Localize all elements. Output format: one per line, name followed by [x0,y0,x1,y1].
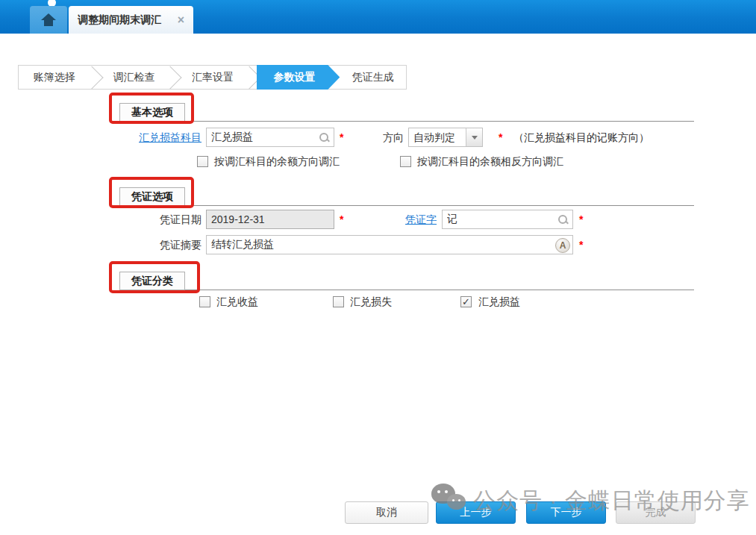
chevron-separator-icon [248,66,257,89]
section-basic-options-title: 基本选项 [119,103,185,122]
step-voucher-generation[interactable]: 凭证生成 [340,66,406,89]
previous-step-button[interactable]: 上一步 [436,501,516,524]
section-basic-options: 基本选项 [119,103,694,122]
cancel-button[interactable]: 取消 [345,501,428,524]
chat-bubble-icon [431,484,455,504]
checkbox-exchange-loss[interactable] [333,296,344,307]
checkbox-balance-opposite[interactable] [400,156,411,167]
chevron-down-icon [472,136,478,140]
direction-label: 方向 [354,128,404,147]
gain-loss-account-input[interactable] [207,128,334,146]
search-icon[interactable] [319,132,330,143]
checkbox-balance-opposite-label: 按调汇科目的余额相反方向调汇 [417,156,563,167]
section-voucher-classification: 凭证分类 [119,272,694,291]
chevron-separator-icon [90,66,99,89]
voucher-date-label: 凭证日期 [104,210,202,229]
checkbox-balance-direction[interactable] [197,156,208,167]
direction-note: （汇兑损益科目的记账方向） [513,128,649,147]
section-divider [119,205,694,206]
home-icon [41,13,56,26]
required-marker: * [579,210,583,229]
checkbox-exchange-gain-loss-checked[interactable]: ✓ [460,296,472,307]
checkbox-exchange-loss-label: 汇兑损失 [350,296,392,307]
direction-select-value: 自动判定 [409,128,466,146]
required-marker: * [499,128,502,147]
voucher-date-input[interactable] [207,210,334,228]
required-marker: * [340,210,343,229]
gain-loss-account-link[interactable]: 汇兑损益科目 [104,128,202,147]
step-parameter-settings-active[interactable]: 参数设置 [257,65,340,90]
chevron-separator-icon [169,66,178,89]
voucher-word-field-wrap [442,210,573,229]
gain-loss-account-field-wrap [206,128,334,147]
voucher-word-link[interactable]: 凭证字 [351,210,437,229]
required-marker: * [340,128,343,147]
voucher-summary-label: 凭证摘要 [104,235,202,254]
section-voucher-classification-title: 凭证分类 [119,272,185,290]
voucher-date-field-wrap [206,210,334,229]
section-divider [119,290,694,290]
abbreviation-helper-icon[interactable]: A [555,238,570,253]
checkbox-exchange-gain[interactable] [199,296,210,307]
section-voucher-options: 凭证选项 [119,187,694,207]
checkbox-balance-direction-label: 按调汇科目的余额方向调汇 [214,156,340,167]
direction-select[interactable]: 自动判定 [408,128,483,147]
dropdown-button[interactable] [466,128,482,146]
tab-adjust-period-exchange[interactable]: 调整期间期末调汇 × [69,6,193,34]
next-step-button[interactable]: 下一步 [526,501,606,524]
checkbox-exchange-gain-label: 汇兑收益 [216,296,258,307]
close-icon[interactable]: × [178,14,184,26]
checkbox-exchange-gain-loss-label: 汇兑损益 [478,296,520,307]
voucher-summary-input[interactable] [207,236,572,254]
section-divider [119,121,694,122]
tab-title: 调整期间期末调汇 [78,13,161,27]
app-window: 调整期间期末调汇 × 账簿选择 调汇检查 汇率设置 参数设置 凭证生成 基本选项… [0,0,756,535]
home-tab[interactable] [30,6,67,34]
voucher-word-input[interactable] [443,210,572,228]
voucher-summary-field-wrap: A [206,235,573,254]
required-marker: * [579,235,583,254]
section-voucher-options-title: 凭证选项 [119,187,185,206]
search-icon[interactable] [557,214,569,225]
finish-button-disabled[interactable]: 完成 [616,501,696,524]
wizard-steps: 账簿选择 调汇检查 汇率设置 参数设置 凭证生成 [18,65,407,90]
top-navigation-bar: 调整期间期末调汇 × [0,0,756,34]
